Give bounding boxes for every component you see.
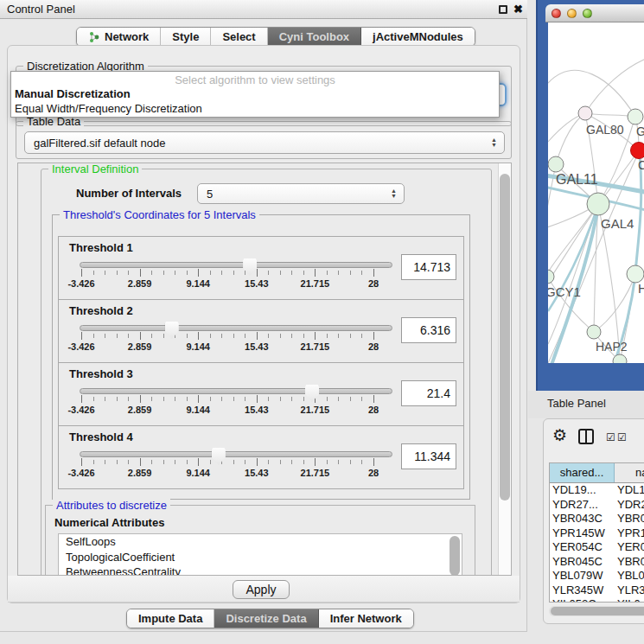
slider-track[interactable] — [80, 325, 392, 331]
list-scrollbar-thumb[interactable] — [450, 536, 460, 576]
table-row[interactable]: YBR045CYBR0 — [550, 555, 644, 570]
table-data-combobox[interactable]: galFiltered.sif default node ▲▼ — [24, 131, 505, 154]
tab-jactivemnodules[interactable]: jActiveMNodules — [361, 28, 475, 46]
threshold-value-field[interactable]: 11.344 — [401, 443, 456, 469]
column-header-name[interactable]: na — [615, 463, 644, 482]
node-gal80[interactable] — [578, 106, 592, 120]
cell[interactable]: YBR045C — [550, 555, 617, 570]
table-row[interactable]: YDL19...YDL1 — [550, 483, 644, 498]
table-row[interactable]: YBL079WYBL0 — [550, 569, 644, 583]
slider-track[interactable] — [80, 262, 392, 268]
control-panel-titlebar: Control Panel ✖ — [0, 0, 527, 19]
scrollbar-thumb[interactable] — [500, 174, 510, 501]
slider-track[interactable] — [80, 451, 392, 457]
axis-label: 28 — [368, 341, 379, 352]
cell[interactable]: YIL0 — [617, 597, 644, 603]
zoom-traffic-light[interactable] — [583, 9, 592, 18]
checkbox-icon[interactable]: ☑ — [617, 431, 627, 443]
cell[interactable]: YBR0 — [617, 555, 644, 570]
cell[interactable]: YDR2 — [617, 498, 644, 513]
table-row[interactable]: YPR145WYPR1 — [550, 526, 644, 541]
dropdown-hint-item[interactable]: Select algorithm to view settings — [11, 72, 499, 86]
node-label: GAL11 — [556, 172, 598, 187]
tab-select[interactable]: Select — [211, 28, 267, 46]
threshold-value-field[interactable]: 14.713 — [401, 254, 456, 280]
columns-icon[interactable] — [578, 429, 594, 444]
threshold-slider[interactable]: -3.426 2.859 9.144 15.43 21.715 28 — [80, 319, 396, 359]
horizontal-scrollbar-track[interactable] — [549, 606, 644, 616]
threshold-label: Threshold 2 — [69, 304, 133, 317]
minimize-traffic-light[interactable] — [567, 9, 577, 18]
network-icon — [88, 31, 100, 43]
slider-track[interactable] — [80, 388, 392, 394]
threshold-value-field[interactable]: 21.4 — [401, 380, 456, 406]
tab-impute-data[interactable]: Impute Data — [127, 609, 214, 628]
checkbox-icon[interactable]: ☑ — [606, 431, 615, 443]
cell[interactable]: YLR3 — [617, 583, 644, 598]
close-traffic-light[interactable] — [552, 9, 561, 18]
column-header-shared-name[interactable]: shared... — [550, 463, 615, 482]
table-row[interactable]: YBR043CYBR0 — [550, 512, 644, 526]
apply-button[interactable]: Apply — [233, 580, 290, 599]
cell[interactable]: YIL052C — [550, 597, 617, 603]
gear-icon[interactable]: ⚙ — [552, 426, 567, 445]
threshold-slider[interactable]: -3.426 2.859 9.144 15.43 21.715 28 — [80, 445, 396, 485]
cell[interactable]: YDR27... — [550, 498, 617, 513]
tab-style-label: Style — [172, 30, 199, 43]
cell[interactable]: YDL1 — [617, 483, 644, 498]
node[interactable] — [628, 109, 643, 124]
cell[interactable]: YBR043C — [550, 512, 617, 526]
dropdown-option-manual-discretization[interactable]: Manual Discretization — [11, 86, 499, 101]
combobox-stepper-icon: ▲▼ — [391, 188, 397, 199]
slider-minor-ticks — [81, 397, 374, 401]
tab-cyni-toolbox[interactable]: Cyni Toolbox — [268, 28, 361, 46]
dropdown-option-equal-width[interactable]: Equal Width/Frequency Discretization — [11, 101, 499, 116]
tab-discretize-data-label: Discretize Data — [226, 612, 306, 625]
axis-label: 21.715 — [301, 405, 330, 415]
numerical-attributes-list[interactable]: SelfLoops TopologicalCoefficient Between… — [58, 533, 462, 576]
tab-style[interactable]: Style — [161, 28, 211, 46]
list-item[interactable]: BetweennessCentrality — [59, 564, 462, 576]
table-row[interactable]: YER054CYER0 — [550, 540, 644, 555]
network-canvas[interactable]: GAL80 GA C GAL11 GAL4 GCY1 H HAP2 — [548, 22, 644, 363]
node-h[interactable] — [627, 265, 644, 283]
node[interactable] — [613, 354, 627, 363]
tab-network[interactable]: Network — [77, 28, 161, 46]
network-view-window: GAL80 GA C GAL11 GAL4 GCY1 H HAP2 — [536, 0, 644, 391]
cell[interactable]: YPR145W — [550, 526, 617, 541]
number-of-intervals-combobox[interactable]: 5 ▲▼ — [197, 183, 405, 204]
list-item[interactable]: SelfLoops — [59, 534, 462, 550]
cell[interactable]: YER0 — [617, 540, 644, 555]
cell[interactable]: YBL0 — [617, 569, 644, 583]
list-item[interactable]: TopologicalCoefficient — [59, 550, 462, 565]
horizontal-scrollbar-thumb[interactable] — [551, 607, 644, 615]
control-panel-tabbar: Network Style Select Cyni Toolbox jActiv… — [76, 27, 475, 47]
axis-label: -3.426 — [67, 405, 94, 415]
node-selected-red[interactable] — [631, 143, 644, 159]
axis-label: 9.144 — [186, 405, 210, 415]
slider-minor-ticks — [81, 460, 374, 464]
table-row[interactable]: YIL052CYIL0 — [550, 597, 644, 603]
table-row[interactable]: YDR27...YDR2 — [550, 498, 644, 513]
node-gcy1[interactable] — [548, 270, 554, 284]
close-icon[interactable]: ✖ — [513, 2, 523, 17]
cell[interactable]: YLR345W — [550, 583, 617, 598]
cell[interactable]: YBL079W — [550, 569, 617, 583]
table-row[interactable]: YLR345WYLR3 — [550, 583, 644, 598]
cell[interactable]: YDL19... — [550, 483, 617, 498]
tab-infer-network[interactable]: Infer Network — [319, 609, 413, 628]
node-gal11[interactable] — [548, 156, 564, 172]
cell[interactable]: YBR0 — [617, 512, 644, 526]
tab-select-label: Select — [222, 30, 255, 43]
float-window-icon[interactable] — [499, 5, 507, 14]
threshold-value-field[interactable]: 6.316 — [401, 317, 456, 343]
node-hap2[interactable] — [587, 325, 601, 339]
threshold-slider[interactable]: -3.426 2.859 9.144 15.43 21.715 28 — [80, 256, 396, 296]
tab-discretize-data[interactable]: Discretize Data — [214, 609, 318, 628]
axis-label: 9.144 — [186, 341, 210, 352]
node-gal4[interactable] — [587, 193, 609, 215]
threshold-slider[interactable]: -3.426 2.859 9.144 15.43 21.715 28 — [80, 382, 396, 422]
cell[interactable]: YER054C — [550, 540, 617, 555]
window-title: Control Panel — [7, 0, 75, 19]
cell[interactable]: YPR1 — [617, 526, 644, 541]
